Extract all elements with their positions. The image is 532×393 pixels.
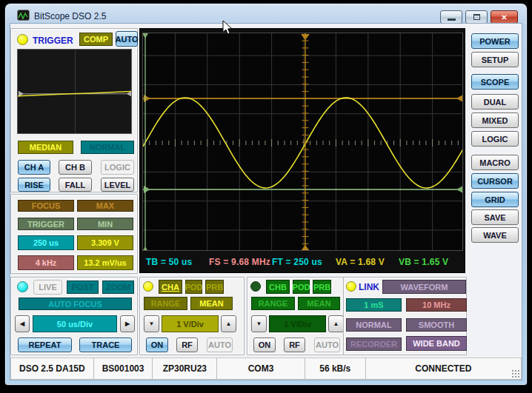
trigger-auto-button[interactable]: AUTO — [116, 31, 138, 47]
waveform-toggle[interactable]: WAVEFORM — [382, 280, 466, 294]
resize-grip[interactable] — [511, 369, 519, 377]
channel-b-led — [250, 281, 261, 292]
sidebar-save-button[interactable]: SAVE — [471, 209, 519, 225]
channel-a-range-toggle[interactable]: RANGE — [144, 297, 187, 310]
link-label: LINK — [359, 282, 379, 292]
channel-a-mean-toggle[interactable]: MEAN — [190, 297, 233, 310]
status-serial-2: ZP30RU23 — [153, 358, 217, 379]
channel-b-range-toggle[interactable]: RANGE — [251, 297, 295, 310]
channel-a-rf-button[interactable]: RF — [176, 337, 198, 352]
titlebar[interactable]: BitScope DSO 2.5 ✕ — [4, 3, 528, 23]
zoom-toggle[interactable]: ZOOM — [102, 281, 134, 294]
channel-b-scale-field[interactable]: 1 V/Div — [269, 315, 326, 332]
va-readout: VA = 1.68 V — [336, 257, 385, 267]
maximize-button[interactable] — [465, 10, 488, 24]
channel-a-select[interactable]: CHA — [159, 280, 182, 294]
auto-focus-button[interactable]: AUTO FOCUS — [19, 298, 132, 310]
level-button[interactable]: LEVEL — [101, 178, 134, 192]
close-button[interactable]: ✕ — [491, 10, 518, 24]
trigger-led — [17, 34, 28, 45]
status-bar: DSO 2.5 DA15D BS001003 ZP30RU23 COM3 56 … — [10, 357, 522, 380]
sidebar-grid-button[interactable]: GRID — [471, 192, 519, 207]
normal-mode-toggle[interactable]: NORMAL — [346, 318, 402, 332]
slew-rate-readout: 13.2 mV/us — [77, 255, 133, 270]
max-mode-button[interactable]: MAX — [77, 200, 133, 212]
status-device-model: DSO 2.5 DA15D — [11, 358, 94, 379]
sidebar-macro-button[interactable]: MACRO — [471, 155, 519, 170]
channel-a-trigger-button[interactable]: CH A — [18, 160, 50, 175]
app-icon — [17, 10, 30, 21]
sidebar-mixed-button[interactable]: MIXED — [471, 112, 519, 128]
channel-a-led — [143, 281, 153, 292]
sidebar-setup-button[interactable]: SETUP — [471, 52, 519, 67]
scope-display[interactable] — [142, 33, 463, 251]
sidebar-power-button[interactable]: POWER — [471, 33, 519, 49]
link-rate-toggle[interactable]: 1 mS — [346, 298, 402, 312]
trigger-time-scope-readout: FT = 250 us — [272, 257, 322, 267]
screen: BitScope DSO 2.5 ✕ TRIGGER COMP AUTO MED… — [0, 0, 532, 393]
rise-button[interactable]: RISE — [18, 178, 50, 192]
trigger-label: TRIGGER — [33, 36, 73, 46]
logic-trigger-button[interactable]: LOGIC — [101, 160, 134, 175]
channel-b-auto-button[interactable]: AUTO — [314, 337, 340, 352]
timebase-readout: TB = 50 us — [146, 257, 192, 267]
frequency-readout: 4 kHz — [18, 255, 74, 270]
status-serial-1: BS001003 — [94, 358, 153, 379]
recorder-toggle[interactable]: RECORDER — [346, 337, 402, 351]
wide-band-toggle[interactable]: WIDE BAND — [406, 336, 467, 351]
channel-b-on-button[interactable]: ON — [253, 337, 276, 352]
sample-rate-readout: FS = 9.68 MHz — [209, 257, 270, 267]
status-com-port: COM3 — [217, 358, 305, 379]
timebase-decrease-button[interactable]: ◀ — [15, 315, 30, 332]
channel-a-scale-up-button[interactable]: ▲ — [221, 315, 236, 332]
channel-b-prb-toggle[interactable]: PRB — [313, 280, 331, 294]
focus-mode-button[interactable]: FOCUS — [18, 200, 74, 212]
post-toggle[interactable]: POST — [67, 281, 99, 294]
sidebar-logic-button[interactable]: LOGIC — [471, 131, 519, 147]
timebase-increase-button[interactable]: ▶ — [120, 315, 135, 332]
smooth-toggle[interactable]: SMOOTH — [406, 318, 467, 332]
comp-toggle[interactable]: COMP — [79, 33, 113, 46]
min-mode-button[interactable]: MIN — [77, 218, 133, 230]
channel-b-mean-toggle[interactable]: MEAN — [298, 297, 340, 310]
capture-led — [17, 281, 28, 292]
channel-b-trigger-button[interactable]: CH B — [59, 160, 92, 175]
fall-button[interactable]: FALL — [59, 178, 92, 192]
channel-b-scale-down-button[interactable]: ▼ — [251, 315, 267, 332]
sidebar-wave-button[interactable]: WAVE — [471, 227, 519, 243]
channel-a-scale-down-button[interactable]: ▼ — [144, 315, 159, 332]
channel-a-scale-field[interactable]: 1 V/Div — [162, 315, 219, 332]
trigger-mode-button[interactable]: TRIGGER — [18, 218, 74, 230]
channel-b-pod-toggle[interactable]: POD — [293, 280, 310, 294]
median-toggle[interactable]: MEDIAN — [18, 141, 73, 154]
channel-b-scale-up-button[interactable]: ▲ — [328, 315, 344, 332]
channel-b-rf-button[interactable]: RF — [284, 337, 305, 352]
status-data-rate: 56 kB/s — [305, 358, 366, 379]
window-title: BitScope DSO 2.5 — [34, 11, 106, 21]
normal-toggle[interactable]: NORMAL — [81, 141, 134, 154]
minimize-icon — [448, 19, 456, 21]
channel-b-select[interactable]: CHB — [266, 280, 290, 294]
channel-a-auto-button[interactable]: AUTO — [207, 337, 233, 352]
sidebar-cursor-button[interactable]: CURSOR — [471, 173, 519, 189]
repeat-button[interactable]: REPEAT — [18, 337, 72, 352]
channel-a-on-button[interactable]: ON — [146, 337, 168, 352]
bandwidth-toggle[interactable]: 10 MHz — [406, 298, 467, 312]
minimize-button[interactable] — [440, 10, 462, 24]
close-icon: ✕ — [501, 13, 507, 21]
trace-button[interactable]: TRACE — [79, 337, 132, 352]
trigger-level-readout: 3.309 V — [77, 235, 133, 250]
vb-readout: VB = 1.65 V — [399, 257, 448, 267]
channel-a-prb-toggle[interactable]: PRB — [205, 280, 224, 294]
timebase-rate-field[interactable]: 50 us/Div — [33, 315, 117, 332]
trigger-time-readout: 250 us — [18, 235, 74, 250]
trigger-preview-display[interactable] — [17, 49, 132, 134]
maximize-icon — [473, 14, 480, 20]
link-led — [346, 281, 356, 292]
status-connection: CONNECTED — [366, 358, 521, 379]
live-button[interactable]: LIVE — [33, 280, 62, 295]
sidebar-scope-button[interactable]: SCOPE — [471, 74, 519, 90]
sidebar-dual-button[interactable]: DUAL — [471, 94, 519, 110]
channel-a-pod-toggle[interactable]: POD — [185, 280, 202, 294]
